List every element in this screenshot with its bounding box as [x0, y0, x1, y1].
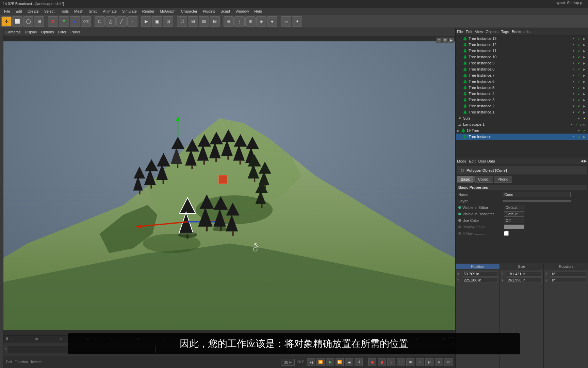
obj-menu-file[interactable]: File — [457, 30, 463, 34]
render-treegroup[interactable]: ✓ — [582, 128, 587, 133]
menu-mesh[interactable]: Mesh — [71, 9, 86, 14]
axis-x-btn[interactable]: X — [48, 16, 58, 27]
grid-btn[interactable]: ⋮ — [234, 16, 245, 27]
render-tree11[interactable]: ✓ — [576, 48, 581, 53]
world-btn[interactable]: ⊛ — [245, 16, 256, 27]
render-tree12[interactable]: ✓ — [576, 42, 581, 47]
vis-sun[interactable]: ● — [576, 116, 581, 121]
arrow-tree12[interactable]: ▶ — [582, 42, 587, 47]
record-btn[interactable]: ⏺ — [368, 358, 376, 366]
tab-phong[interactable]: Phong — [494, 176, 512, 183]
right-btn[interactable]: ⊞ — [210, 16, 220, 27]
vis-tree8[interactable]: ● — [571, 67, 576, 72]
arrow-tree11[interactable]: ▶ — [582, 48, 587, 53]
tab-basic[interactable]: Basic — [457, 176, 474, 183]
keyframe-btn[interactable]: ⋯ — [397, 358, 405, 366]
size-x-value[interactable]: 181.431 in — [507, 271, 542, 277]
props-menu-userdata[interactable]: User Data — [478, 159, 495, 163]
menu-create[interactable]: Create — [25, 9, 42, 14]
obj-sun[interactable]: ☀ Sun ● ● — [456, 115, 588, 121]
viewport-options-btn[interactable]: ⚙ — [442, 37, 448, 43]
light-btn[interactable]: ✦ — [292, 16, 302, 27]
goto-end-btn[interactable]: ⏭ — [345, 358, 353, 366]
object-mode-btn[interactable]: □ — [95, 16, 105, 27]
vis-tree6[interactable]: ● — [571, 79, 576, 84]
powerslider-btn[interactable]: ▭ — [444, 358, 453, 366]
edge-mode-btn[interactable]: ╱ — [116, 16, 127, 27]
menu-character[interactable]: Character — [178, 9, 200, 14]
obj-menu-view[interactable]: View — [475, 30, 483, 34]
vis-tree2[interactable]: ● — [571, 104, 576, 108]
render-instance[interactable]: ✓ — [576, 134, 581, 139]
obj-tree-instance-7[interactable]: 🌲 Tree Instance.7 ● ✓ ▶ — [456, 72, 588, 78]
obj-tree-instance-10[interactable]: 🌲 Tree Instance.10 ● ✓ ▶ — [456, 54, 588, 60]
axis-y-btn[interactable]: Y — [59, 16, 69, 27]
pos-y-value[interactable]: 225.288 in — [463, 277, 498, 283]
vp-options[interactable]: Options — [41, 30, 54, 34]
menu-help[interactable]: Help — [251, 9, 265, 14]
prop-vis-editor-value[interactable]: Default — [504, 205, 524, 210]
obj-tree-instance-11[interactable]: 🌲 Tree Instance.11 ● ✓ ▶ — [456, 48, 588, 54]
menu-script[interactable]: Script — [218, 9, 233, 14]
anim-store-btn[interactable]: ≡ — [435, 358, 443, 366]
vp-cameras[interactable]: Cameras — [5, 30, 21, 34]
obj-tree-instance-9[interactable]: 🌲 Tree Instance.9 ● ✓ ▶ — [456, 60, 588, 66]
props-next-btn[interactable]: ▶ — [584, 159, 587, 163]
prop-name-value[interactable]: Cone — [503, 192, 571, 197]
persp-btn[interactable]: ⬡ — [177, 16, 187, 27]
obj-tree-group[interactable]: ▶ 🌲 19 Tree ● ✓ — [456, 127, 588, 134]
obj-tree-instance-2[interactable]: 🌲 Tree Instance.2 ● ✓ ▶ — [456, 103, 588, 109]
motion2-btn[interactable]: ○ — [416, 358, 424, 366]
obj-tree-instance-6[interactable]: 🌲 Tree Instance.6 ● ✓ ▶ — [456, 78, 588, 85]
top-btn[interactable]: ⊟ — [188, 16, 198, 27]
arrow-tree3[interactable]: ▶ — [582, 97, 587, 102]
vis-land[interactable]: ● — [569, 122, 574, 127]
arrow-tree5[interactable]: ▶ — [582, 85, 587, 90]
obj-landscape[interactable]: ⛰ Landscape.1 ● ✓ 🏷🏷 — [456, 121, 588, 127]
coord-header-position[interactable]: Position — [456, 264, 500, 269]
vis-instance[interactable]: ● — [571, 134, 576, 139]
vis-tree4[interactable]: ● — [571, 91, 576, 96]
menu-simulate[interactable]: Simulate — [119, 9, 140, 14]
snap-btn[interactable]: ⊕ — [224, 16, 234, 27]
vis-tree5[interactable]: ● — [571, 85, 576, 90]
prop-use-color-value[interactable]: Off — [504, 218, 524, 223]
prev-key-btn[interactable]: ⏪ — [316, 358, 325, 366]
point-mode-btn[interactable]: · — [127, 16, 137, 27]
axis-z-btn[interactable]: Z — [70, 16, 80, 27]
prop-layer-value[interactable] — [503, 200, 571, 202]
arrow-tree4[interactable]: ▶ — [582, 91, 587, 96]
vp-panel[interactable]: Panel — [70, 30, 80, 34]
vis-treegroup[interactable]: ● — [576, 128, 581, 133]
menu-window[interactable]: Window — [233, 9, 251, 14]
stop-record-btn[interactable]: ⏹ — [378, 358, 386, 366]
obj-tree-instance[interactable]: 🌲 Tree Instance ● ✓ ▶ — [456, 134, 588, 140]
render-tree6[interactable]: ✓ — [576, 79, 581, 84]
axis-xyz-btn[interactable]: XYZ — [81, 16, 91, 27]
render-to-po-btn[interactable]: ⊡ — [163, 16, 173, 27]
menu-tools[interactable]: Tools — [57, 9, 71, 14]
loop-btn[interactable]: ↺ — [355, 358, 363, 366]
menu-animate[interactable]: Animate — [100, 9, 119, 14]
props-menu-edit[interactable]: Edit — [469, 159, 476, 163]
arrow-tree9[interactable]: ▶ — [582, 61, 587, 65]
vis-tree7[interactable]: ● — [571, 73, 576, 78]
vis-tree10[interactable]: ● — [571, 55, 576, 59]
animate-btn[interactable]: ? — [387, 358, 395, 366]
menu-mograph[interactable]: MoGraph — [157, 9, 178, 14]
props-menu-mode[interactable]: Mode — [457, 159, 467, 163]
render-region-btn[interactable]: ▣ — [152, 16, 162, 27]
render-tree8[interactable]: ✓ — [576, 67, 581, 72]
prop-vis-renderer-value[interactable]: Default — [504, 211, 524, 217]
scene-btn[interactable]: ∞ — [281, 16, 291, 27]
render-tree10[interactable]: ✓ — [576, 55, 581, 59]
vis-tree3[interactable]: ● — [571, 97, 576, 102]
vp-display[interactable]: Display — [25, 30, 37, 34]
prop-xray-checkbox[interactable] — [504, 231, 509, 236]
props-prev-btn[interactable]: ◀ — [581, 159, 583, 163]
menu-plugins[interactable]: Plugins — [200, 9, 218, 14]
arrow-tree10[interactable]: ▶ — [582, 55, 587, 59]
arrow-tree7[interactable]: ▶ — [582, 73, 587, 78]
coord-header-rotation[interactable]: Rotation — [544, 264, 588, 269]
obj-tree-instance-12[interactable]: 🌲 Tree Instance.12 ● ✓ ▶ — [456, 42, 588, 48]
